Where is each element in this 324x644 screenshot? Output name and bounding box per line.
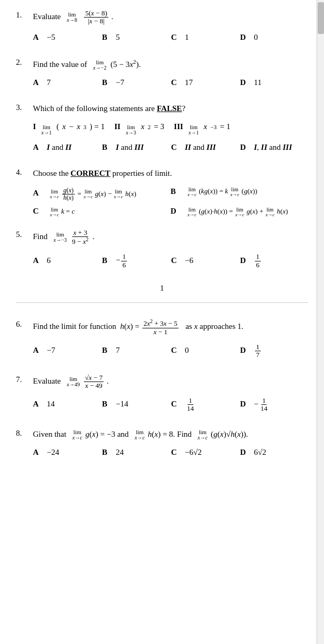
q6-options: A −7 B 7 C 0 D 17 <box>33 343 309 359</box>
question-3: 3. Which of the following statements are… <box>16 102 308 155</box>
q4-options: A lim x→c g(x) h(x) = lim x→ <box>33 187 308 217</box>
q5-opt-c[interactable]: C −6 <box>171 256 240 265</box>
question-4: 4. Choose the CORRECT properties of limi… <box>16 167 308 217</box>
q7-opt-a[interactable]: A 14 <box>33 400 102 409</box>
page-number-1: 1 <box>16 284 308 293</box>
q4-opt-a[interactable]: A lim x→c g(x) h(x) = lim x→ <box>33 187 170 201</box>
q2-opt-d[interactable]: D 11 <box>240 78 309 87</box>
question-7: 7. Evaluate lim x→49 √x − 7 x − 49 . A 1… <box>16 374 308 416</box>
q2-text: Find the value of lim x→−2 (5 − 3x2). <box>33 57 309 71</box>
q5-opt-b[interactable]: B −16 <box>102 253 171 269</box>
q3-opt-a[interactable]: A I and II <box>33 143 102 152</box>
q2-opt-c[interactable]: C 17 <box>171 78 240 87</box>
q4-opt-c[interactable]: C lim x→c k = c <box>33 207 170 217</box>
q6-text: Find the limit for function h(x) = 2x2 +… <box>33 319 309 336</box>
q8-number: 8. <box>16 428 33 460</box>
question-2: 2. Find the value of lim x→−2 (5 − 3x2).… <box>16 57 308 90</box>
q8-opt-a[interactable]: A −24 <box>33 448 102 457</box>
q7-content: Evaluate lim x→49 √x − 7 x − 49 . A 14 B <box>33 374 309 416</box>
q7-number: 7. <box>16 374 33 416</box>
q1-text: Evaluate lim x→8 5(x − 8) |x − 8| . <box>33 10 309 26</box>
question-8: 8. Given that lim x→c g(x) = −3 and lim … <box>16 428 308 460</box>
q3-stmt-II: II lim x→3 x2 = 3 <box>114 122 164 135</box>
q1-opt-d[interactable]: D 0 <box>240 33 309 42</box>
q7-text: Evaluate lim x→49 √x − 7 x − 49 . <box>33 374 309 390</box>
q4-opt-b[interactable]: B lim x→c (kg(x)) = k lim x→c (g(x)) <box>170 187 308 201</box>
q5-number: 5. <box>16 229 33 273</box>
q3-opt-c[interactable]: C II and III <box>171 143 240 152</box>
q8-opt-b[interactable]: B 24 <box>102 448 171 457</box>
q7-opt-c[interactable]: C 114 <box>171 397 240 413</box>
q8-options: A −24 B 24 C −6√2 D 6√2 <box>33 448 309 457</box>
q1-opt-a[interactable]: A −5 <box>33 33 102 42</box>
q5-text: Find lim x→−3 x + 3 9 − x2 . <box>33 229 309 246</box>
q3-stmt-I: I lim x→1 (x − x3) = 1 <box>33 122 105 135</box>
page-divider <box>16 302 308 303</box>
q1-number: 1. <box>16 10 33 45</box>
q3-statements: I lim x→1 (x − x3) = 1 II lim x→3 x2 = 3 <box>33 122 309 135</box>
q2-options: A 7 B −7 C 17 D 11 <box>33 78 309 87</box>
q3-content: Which of the following statements are FA… <box>33 102 309 155</box>
q4-number: 4. <box>16 167 33 217</box>
q7-options: A 14 B −14 C 114 D −114 <box>33 397 309 413</box>
q2-content: Find the value of lim x→−2 (5 − 3x2). A … <box>33 57 309 90</box>
q7-opt-d[interactable]: D −114 <box>240 397 309 413</box>
q8-opt-c[interactable]: C −6√2 <box>171 448 240 457</box>
q6-opt-c[interactable]: C 0 <box>171 346 240 355</box>
q1-content: Evaluate lim x→8 5(x − 8) |x − 8| . A −5 <box>33 10 309 45</box>
q5-content: Find lim x→−3 x + 3 9 − x2 . A 6 B <box>33 229 309 273</box>
q3-stmt-III: III lim x→1 x−3 = 1 <box>174 122 230 135</box>
q5-opt-d[interactable]: D 16 <box>240 253 309 269</box>
q1-options: A −5 B 5 C 1 D 0 <box>33 33 309 42</box>
q2-opt-a[interactable]: A 7 <box>33 78 102 87</box>
q6-number: 6. <box>16 319 33 362</box>
q4-content: Choose the CORRECT properties of limit. … <box>33 167 308 217</box>
q6-content: Find the limit for function h(x) = 2x2 +… <box>33 319 309 362</box>
q1-opt-b[interactable]: B 5 <box>102 33 171 42</box>
q6-opt-b[interactable]: B 7 <box>102 346 171 355</box>
q3-options: A I and II B I and III C II and III D I,… <box>33 143 309 152</box>
question-5: 5. Find lim x→−3 x + 3 9 − x2 . A 6 <box>16 229 308 273</box>
q1-opt-c[interactable]: C 1 <box>171 33 240 42</box>
q8-content: Given that lim x→c g(x) = −3 and lim x→c… <box>33 428 309 460</box>
q5-options: A 6 B −16 C −6 D 16 <box>33 253 309 269</box>
q3-opt-d[interactable]: D I, II and III <box>240 143 309 152</box>
q2-opt-b[interactable]: B −7 <box>102 78 171 87</box>
q4-text: Choose the CORRECT properties of limit. <box>33 167 308 180</box>
question-1: 1. Evaluate lim x→8 5(x − 8) |x − 8| . A <box>16 10 308 45</box>
q6-opt-a[interactable]: A −7 <box>33 346 102 355</box>
q6-opt-d[interactable]: D 17 <box>240 343 309 359</box>
q8-opt-d[interactable]: D 6√2 <box>240 448 309 457</box>
q4-opt-d[interactable]: D lim x→c (g(x)·h(x)) = lim x→c g(x) + <box>170 207 308 217</box>
q5-opt-a[interactable]: A 6 <box>33 256 102 265</box>
q3-text: Which of the following statements are FA… <box>33 102 309 115</box>
question-6: 6. Find the limit for function h(x) = 2x… <box>16 319 308 362</box>
q2-number: 2. <box>16 57 33 90</box>
q3-number: 3. <box>16 102 33 155</box>
q7-opt-b[interactable]: B −14 <box>102 400 171 409</box>
q8-text: Given that lim x→c g(x) = −3 and lim x→c… <box>33 428 309 440</box>
q3-opt-b[interactable]: B I and III <box>102 143 171 152</box>
